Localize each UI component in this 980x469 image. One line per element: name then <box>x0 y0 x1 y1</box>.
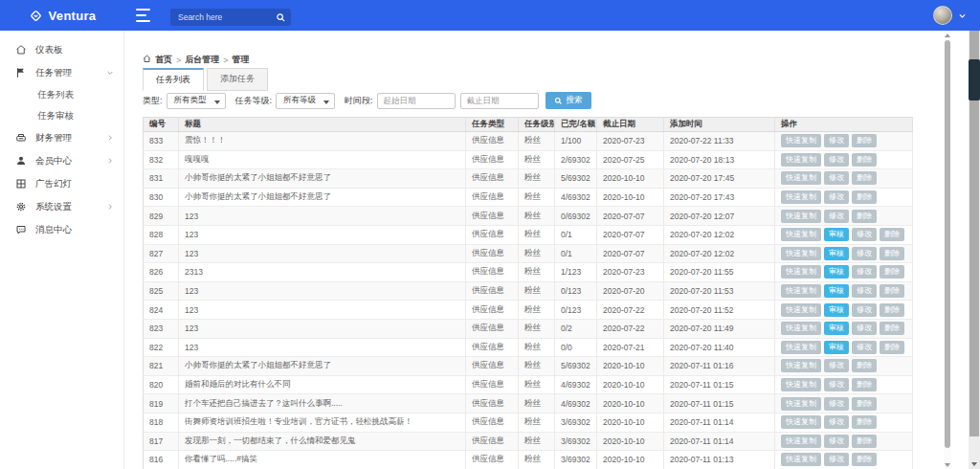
edit-button[interactable]: 修改 <box>852 228 877 241</box>
delete-button[interactable]: 删除 <box>852 378 877 391</box>
delete-button[interactable]: 删除 <box>880 303 904 317</box>
delete-button[interactable]: 删除 <box>852 190 877 204</box>
sidebar-subitem-3[interactable]: 任务审核 <box>0 105 123 126</box>
sidebar-item-7[interactable]: 系统设置 <box>0 195 123 218</box>
sidebar-item-4[interactable]: 财务管理 <box>0 126 123 149</box>
audit-button[interactable]: 审核 <box>824 303 849 317</box>
sidebar-item-0[interactable]: 仪表板 <box>0 38 123 61</box>
search-icon[interactable] <box>276 10 286 27</box>
edit-button[interactable]: 修改 <box>824 171 849 185</box>
scroll-down-icon[interactable] <box>971 462 977 466</box>
delete-button[interactable]: 删除 <box>880 284 904 298</box>
sidebar-subitem-2[interactable]: 任务列表 <box>0 84 123 105</box>
audit-button[interactable]: 审核 <box>824 322 849 335</box>
start-date-input[interactable] <box>377 93 456 109</box>
cell-quota: 0/69302 <box>555 207 597 226</box>
quick-copy-button[interactable]: 快速复制 <box>781 303 821 317</box>
edit-button[interactable]: 修改 <box>824 453 849 466</box>
audit-button[interactable]: 审核 <box>824 341 849 354</box>
sidebar-toggle-icon[interactable] <box>136 9 153 22</box>
window-scrollbar-thumb[interactable] <box>969 59 980 100</box>
quick-copy-button[interactable]: 快速复制 <box>781 247 821 260</box>
edit-button[interactable]: 修改 <box>824 397 849 411</box>
quick-copy-button[interactable]: 快速复制 <box>781 134 821 147</box>
tab-task-list[interactable]: 任务列表 <box>143 68 204 91</box>
level-select[interactable]: 所有等级 <box>276 93 335 109</box>
delete-button[interactable]: 删除 <box>852 415 877 429</box>
breadcrumb-admin[interactable]: 后台管理 <box>185 54 219 66</box>
audit-button[interactable]: 审核 <box>824 247 849 260</box>
content-scrollbar[interactable] <box>944 32 951 469</box>
scroll-down-icon[interactable] <box>945 463 950 467</box>
edit-button[interactable]: 修改 <box>852 284 877 298</box>
cell-id: 830 <box>144 188 179 207</box>
quick-copy-button[interactable]: 快速复制 <box>781 397 821 411</box>
edit-button[interactable]: 修改 <box>824 378 849 391</box>
delete-button[interactable]: 删除 <box>852 359 877 372</box>
quick-copy-button[interactable]: 快速复制 <box>781 265 821 279</box>
brand[interactable]: Ventura <box>0 0 124 31</box>
quick-copy-button[interactable]: 快速复制 <box>781 415 821 429</box>
delete-button[interactable]: 删除 <box>852 171 877 185</box>
edit-button[interactable]: 修改 <box>824 210 849 223</box>
quick-copy-button[interactable]: 快速复制 <box>781 228 821 241</box>
breadcrumb-home[interactable]: 首页 <box>155 54 172 66</box>
type-select[interactable]: 所有类型 <box>167 93 226 109</box>
edit-button[interactable]: 修改 <box>852 265 877 279</box>
edit-button[interactable]: 修改 <box>824 435 849 448</box>
user-menu-chevron-icon[interactable] <box>958 7 967 24</box>
scroll-up-icon[interactable] <box>945 34 950 37</box>
delete-button[interactable]: 删除 <box>880 228 904 241</box>
cell-id: 819 <box>144 394 179 413</box>
end-date-input[interactable] <box>460 93 539 109</box>
delete-button[interactable]: 删除 <box>852 453 877 466</box>
quick-copy-button[interactable]: 快速复制 <box>781 284 821 298</box>
quick-copy-button[interactable]: 快速复制 <box>781 378 821 391</box>
delete-button[interactable]: 删除 <box>880 247 904 260</box>
cell-added: 2020-07-20 12:02 <box>664 225 775 244</box>
edit-button[interactable]: 修改 <box>824 134 849 147</box>
edit-button[interactable]: 修改 <box>824 415 849 429</box>
delete-button[interactable]: 删除 <box>852 397 877 411</box>
cell-level: 粉丝 <box>519 375 555 394</box>
edit-button[interactable]: 修改 <box>852 322 877 335</box>
tab-add-task[interactable]: 添加任务 <box>207 68 268 91</box>
edit-button[interactable]: 修改 <box>852 303 877 317</box>
edit-button[interactable]: 修改 <box>824 153 849 167</box>
edit-button[interactable]: 修改 <box>852 341 877 354</box>
cell-quota: 1/123 <box>555 263 597 282</box>
delete-button[interactable]: 删除 <box>880 341 904 354</box>
quick-copy-button[interactable]: 快速复制 <box>781 171 821 185</box>
search-input[interactable] <box>170 9 291 26</box>
sidebar-item-6[interactable]: 广告幻灯 <box>0 172 123 195</box>
audit-button[interactable]: 审核 <box>824 265 849 279</box>
delete-button[interactable]: 删除 <box>880 322 904 335</box>
sidebar-item-8[interactable]: 消息中心 <box>0 218 123 241</box>
delete-button[interactable]: 删除 <box>852 153 877 167</box>
quick-copy-button[interactable]: 快速复制 <box>781 190 821 204</box>
quick-copy-button[interactable]: 快速复制 <box>781 341 821 354</box>
delete-button[interactable]: 删除 <box>852 210 877 223</box>
delete-button[interactable]: 删除 <box>852 134 877 147</box>
quick-copy-button[interactable]: 快速复制 <box>781 322 821 335</box>
quick-copy-button[interactable]: 快速复制 <box>781 153 821 167</box>
delete-button[interactable]: 删除 <box>880 265 904 279</box>
search-button[interactable]: 搜索 <box>546 92 591 109</box>
edit-button[interactable]: 修改 <box>824 359 849 372</box>
audit-button[interactable]: 审核 <box>824 228 849 241</box>
cell-id: 822 <box>144 338 179 357</box>
quick-copy-button[interactable]: 快速复制 <box>781 435 821 448</box>
window-scrollbar[interactable] <box>969 0 980 469</box>
edit-button[interactable]: 修改 <box>824 190 849 204</box>
edit-button[interactable]: 修改 <box>852 247 877 260</box>
avatar[interactable] <box>933 6 952 25</box>
delete-button[interactable]: 删除 <box>852 435 877 448</box>
content-scrollbar-thumb[interactable] <box>945 40 950 448</box>
audit-button[interactable]: 审核 <box>824 284 849 298</box>
quick-copy-button[interactable]: 快速复制 <box>781 359 821 372</box>
quick-copy-button[interactable]: 快速复制 <box>781 210 821 223</box>
sidebar-item-1[interactable]: 任务管理 <box>0 61 123 84</box>
quick-copy-button[interactable]: 快速复制 <box>781 453 821 466</box>
column-header-2: 任务类型 <box>466 118 519 132</box>
sidebar-item-5[interactable]: 会员中心 <box>0 149 123 172</box>
